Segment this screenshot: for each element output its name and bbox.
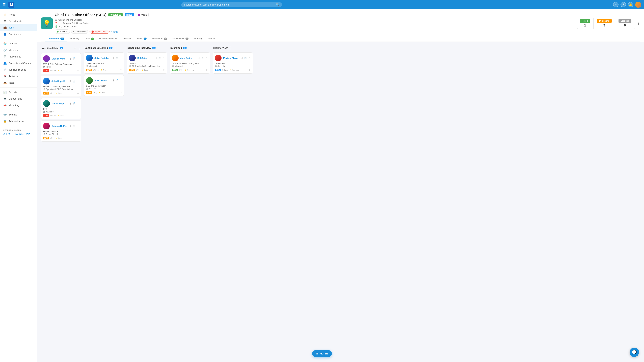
document-icon[interactable]: 📄 — [116, 79, 118, 82]
sidebar-item-marketing[interactable]: 📣 Marketing — [0, 102, 37, 108]
add-tag-button[interactable]: + Tags — [111, 30, 118, 33]
more-icon[interactable]: ⋮ — [77, 57, 79, 60]
sidebar-label-reports: Reports — [9, 91, 17, 93]
sidebar-item-departments[interactable]: 🏛 Departments — [0, 18, 37, 24]
document-icon[interactable]: 📄 — [72, 102, 75, 105]
view-icon[interactable]: 👁 — [77, 137, 79, 139]
view-icon[interactable]: 👁 — [77, 115, 79, 117]
salary-icon[interactable]: $ — [156, 57, 157, 59]
salary-icon[interactable]: $ — [198, 57, 200, 59]
candidate-card[interactable]: Sallie Krawc... $ 📄 ⋮ CEO and Co-Founder… — [84, 75, 124, 96]
document-icon[interactable]: 📄 — [72, 80, 75, 82]
more-icon[interactable]: ⋮ — [120, 57, 122, 59]
stat-pipeline[interactable]: In pipeline 9 — [593, 18, 615, 29]
sidebar-item-matches[interactable]: 🔗 Matches — [0, 47, 37, 53]
document-icon[interactable]: 📄 — [244, 57, 247, 59]
filter-button[interactable]: ☰ FILTER — [312, 350, 332, 357]
more-icon[interactable]: ⋮ — [77, 80, 79, 82]
document-icon[interactable]: 📄 — [158, 57, 161, 59]
column-add-new-candidate[interactable]: + — [74, 46, 76, 50]
user-avatar[interactable] — [635, 2, 641, 8]
document-icon[interactable]: 📄 — [201, 57, 204, 59]
sidebar-item-reports[interactable]: 📊 Reports — [0, 89, 37, 95]
candidate-card[interactable]: Laysha Ward $ 📄 ⋮ EVP & Chief External E… — [41, 53, 81, 74]
tab-summary[interactable]: Summary — [67, 36, 82, 42]
candidate-card[interactable]: Marissa Mayer $ 📄 ⋮ Co-Founder @ Sunshin… — [213, 52, 253, 73]
tab-scorecards[interactable]: Scorecards 4 — [149, 36, 170, 42]
sidebar-item-inbox[interactable]: 📥 Inbox — [0, 79, 37, 86]
document-icon[interactable]: 📄 — [72, 125, 75, 127]
sidebar-item-placements[interactable]: 📋 Placements — [0, 53, 37, 60]
salary-icon[interactable]: $ — [70, 125, 71, 127]
column-more-submitted[interactable]: ⋮ — [188, 46, 191, 50]
view-icon[interactable]: 👁 — [249, 69, 251, 71]
candidate-card[interactable]: Susan Wojci... $ 📄 ⋮ CEO @ YouTube 11% ⏱… — [41, 98, 81, 119]
column-more-hr-interview[interactable]: ⋮ — [229, 46, 232, 50]
sidebar-item-contacts[interactable]: 👥 Contacts and Guests — [0, 60, 37, 66]
sidebar-item-vendors[interactable]: 🏪 Vendors — [0, 40, 37, 47]
more-icon[interactable]: ⋮ — [77, 125, 79, 127]
tab-sourcing[interactable]: Sourcing — [191, 36, 205, 42]
view-icon[interactable]: 👁 — [77, 92, 79, 94]
view-icon[interactable]: 👁 — [163, 69, 165, 71]
column-more-candidate-screening[interactable]: ⋮ — [114, 46, 117, 50]
candidate-card[interactable]: Bill Gates $ 📄 ⋮ Co-chair @ Bill & Melin… — [127, 52, 167, 73]
view-icon[interactable]: 👁 — [120, 69, 122, 71]
salary-icon[interactable]: $ — [113, 79, 114, 82]
column-more-new-candidate[interactable]: ⋮ — [78, 46, 80, 50]
stat-hired[interactable]: Hired 1 — [577, 18, 594, 29]
sidebar-item-candidates[interactable]: 👤 Candidates — [0, 31, 37, 37]
salary-icon[interactable]: $ — [242, 57, 243, 59]
tab-notes[interactable]: Notes 6 — [134, 36, 149, 42]
candidate-card[interactable]: Jane Smith $ 📄 ⋮ Chief Executive Officer… — [170, 52, 210, 73]
salary-icon[interactable]: $ — [70, 57, 71, 60]
sidebar-item-job-requisitions[interactable]: 📄 Job Requisitions — [0, 66, 37, 73]
app-logo[interactable]: M — [8, 2, 14, 8]
sidebar-item-settings[interactable]: ⚙️ Settings — [0, 111, 37, 118]
tab-candidates[interactable]: Candidates 10 — [45, 36, 67, 42]
more-icon[interactable]: ⋮ — [77, 102, 79, 105]
salary-icon[interactable]: $ — [70, 80, 71, 82]
document-icon[interactable]: 📄 — [116, 57, 118, 59]
view-icon[interactable]: 👁 — [206, 69, 208, 71]
column-more-scheduling-interview[interactable]: ⋮ — [157, 46, 160, 50]
tag-confidential[interactable]: 🏷 Confidential — [71, 30, 88, 33]
more-icon[interactable]: ⋮ — [248, 57, 251, 59]
notifications-button[interactable]: 🔔 — [628, 2, 633, 7]
view-icon[interactable]: 👁 — [77, 70, 79, 72]
help-button[interactable]: ? — [620, 2, 626, 7]
search-input[interactable] — [184, 3, 274, 6]
salary-icon[interactable]: $ — [70, 102, 71, 105]
more-icon[interactable]: ⋮ — [120, 79, 122, 82]
more-icon[interactable]: ⋮ — [162, 57, 165, 59]
document-icon[interactable]: 📄 — [72, 57, 75, 60]
candidate-card[interactable]: Satya Nadella $ 📄 ⋮ Chairman and CEO @ M… — [84, 52, 124, 73]
add-button[interactable]: + — [613, 2, 618, 7]
sidebar-item-activities[interactable]: 📅 Activities — [0, 73, 37, 79]
sidebar-item-home[interactable]: 🏠 Home — [0, 11, 37, 18]
more-icon[interactable]: ⋮ — [206, 57, 208, 59]
tab-attachments[interactable]: Attachments 1 — [170, 36, 191, 42]
tab-reports[interactable]: Reports — [205, 36, 218, 42]
view-icon[interactable]: 👁 — [120, 91, 122, 93]
menu-hamburger-icon[interactable]: ☰ — [3, 3, 6, 7]
sidebar-item-admin[interactable]: 🔒 Administration — [0, 118, 37, 124]
tab-recommendations[interactable]: Recommendations — [96, 36, 120, 42]
chat-fab-button[interactable]: 💬 — [630, 348, 639, 357]
salary-icon[interactable]: $ — [113, 57, 114, 59]
tag-priority[interactable]: 🔴 Highest Prior... — [90, 30, 110, 33]
search-bar[interactable]: 🔍 — [181, 2, 282, 7]
tab-activities[interactable]: Activities — [120, 36, 134, 42]
candidate-card[interactable]: John Hope B... $ 📄 ⋮ Founder, Chairman, … — [41, 76, 81, 97]
owner-badge[interactable]: Paige — [136, 13, 148, 17]
candidate-card[interactable]: Arianna Huffi... $ 📄 ⋮ Founder and CEO @… — [41, 120, 81, 142]
stat-dropped[interactable]: Dropped 0 — [615, 18, 635, 29]
recently-visited-item[interactable]: Chief Executive Officer (CEO) ... — [0, 132, 37, 136]
status-badge[interactable]: Active ▾ — [55, 29, 70, 34]
external-link-icon[interactable]: ↗ — [83, 18, 84, 21]
sidebar-item-jobs[interactable]: 💼 Jobs — [0, 24, 37, 31]
tab-team[interactable]: Team 5 — [82, 36, 96, 42]
sidebar-item-career[interactable]: 💻 Career Page — [0, 95, 37, 102]
candidate-company: @ Sunshine — [215, 65, 251, 67]
job-more-menu[interactable]: ⋮ — [637, 21, 640, 25]
